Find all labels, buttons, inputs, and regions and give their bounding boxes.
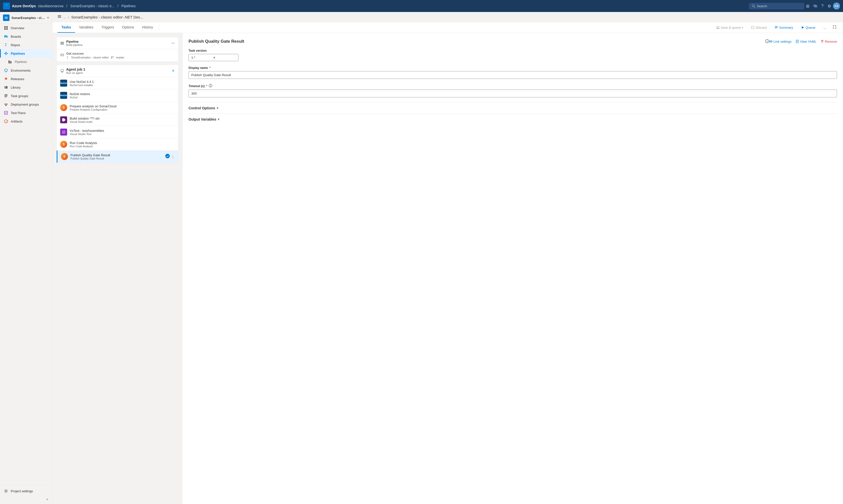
- tab-triggers[interactable]: Triggers: [97, 22, 118, 33]
- project-name: SonarExamples - clas...: [12, 16, 45, 20]
- branch-icon: [111, 56, 114, 59]
- task-item-vstest[interactable]: VsTest - testAssemblies Visual Studio Te…: [57, 126, 178, 138]
- sidebar-item-artifacts[interactable]: Artifacts: [0, 117, 52, 126]
- sidebar-item-project-settings[interactable]: Project settings: [0, 487, 52, 495]
- queue-button[interactable]: Queue: [798, 24, 818, 31]
- svg-rect-6: [4, 35, 5, 37]
- yaml-icon: [795, 40, 799, 43]
- pipeline-dots-button[interactable]: ...: [64, 15, 66, 19]
- control-options-toggle[interactable]: Control Options ▾: [189, 106, 837, 110]
- display-name-input[interactable]: [189, 71, 837, 79]
- task-item-build[interactable]: Build solution **\*.sln Visual Studio bu…: [57, 114, 178, 126]
- output-variables-toggle[interactable]: Output Variables ▾: [189, 117, 837, 121]
- pipeline-section-header: Pipeline Build pipeline ⋯: [57, 37, 178, 49]
- link-settings-action[interactable]: Link settings: [769, 40, 792, 43]
- display-name-group: Display name *: [189, 66, 837, 79]
- test-plans-label: Test Plans: [11, 111, 26, 115]
- project-settings-icon: [4, 489, 8, 493]
- control-options-label: Control Options: [189, 106, 215, 110]
- sidebar-item-task-groups[interactable]: Task groups: [0, 92, 52, 100]
- artifacts-label: Artifacts: [11, 120, 22, 123]
- remove-action[interactable]: Remove: [821, 40, 837, 43]
- task-item-nuget-restore[interactable]: NuGet NuGet restore NuGet: [57, 89, 178, 102]
- pipeline-full-title: SonarExamples - classic editor-.NET Des.…: [71, 15, 143, 19]
- pipeline-more-button[interactable]: ⋯: [171, 41, 175, 45]
- deployment-groups-icon: [4, 102, 8, 107]
- task-detail-info-icon[interactable]: [765, 39, 769, 44]
- breadcrumb-project[interactable]: SonarExamples - classic e...: [70, 4, 114, 8]
- tab-tasks[interactable]: Tasks: [57, 22, 75, 33]
- header-icons: ⊞ 🛍 ? ⚙: [806, 4, 831, 8]
- svg-rect-4: [4, 28, 6, 30]
- svg-point-46: [111, 56, 112, 57]
- task-item-run-analysis[interactable]: S Run Code Analysis Run Code Analysis: [57, 138, 178, 150]
- settings-icon[interactable]: ⚙: [827, 4, 831, 8]
- task-info-run-analysis: Run Code Analysis Run Code Analysis: [70, 141, 175, 148]
- avatar[interactable]: CS: [833, 2, 840, 10]
- pipelines-sub-label: Pipelines: [15, 60, 27, 64]
- shopping-icon[interactable]: 🛍: [813, 4, 817, 8]
- add-project-button[interactable]: +: [47, 16, 49, 20]
- task-detail-title: Publish Quality Gate Result: [189, 39, 763, 44]
- svg-rect-20: [4, 94, 7, 95]
- sidebar-item-pipelines[interactable]: Pipelines: [0, 49, 52, 58]
- pipelines-label: Pipelines: [11, 52, 25, 55]
- tab-separator: [159, 24, 159, 31]
- breadcrumb-page[interactable]: Pipelines: [121, 4, 136, 8]
- sidebar-item-library[interactable]: Library: [0, 83, 52, 92]
- task-item-sonar-prepare[interactable]: S Prepare analysis on SonarCloud Prepare…: [57, 102, 178, 114]
- expand-button[interactable]: [831, 23, 838, 32]
- org-name[interactable]: claudiasonarova: [38, 4, 64, 8]
- svg-rect-23: [4, 104, 6, 105]
- grid-icon[interactable]: ⊞: [806, 4, 809, 8]
- sidebar-item-environments[interactable]: Environments: [0, 66, 52, 75]
- svg-rect-33: [58, 17, 61, 18]
- svg-rect-24: [6, 104, 7, 105]
- help-icon[interactable]: ?: [821, 4, 824, 8]
- get-sources-item[interactable]: Get sources SonarExamples - classic edit…: [57, 49, 178, 61]
- run-analysis-icon: S: [60, 141, 67, 148]
- sidebar-item-releases[interactable]: Releases: [0, 75, 52, 83]
- output-variables-label: Output Variables: [189, 117, 216, 121]
- tab-options[interactable]: Options: [118, 22, 138, 33]
- save-icon: [716, 26, 720, 29]
- svg-rect-31: [58, 15, 61, 16]
- svg-rect-41: [60, 43, 64, 43]
- sep1: /: [67, 4, 68, 8]
- discard-button[interactable]: Discard: [748, 24, 770, 31]
- brand-name[interactable]: Azure DevOps: [12, 4, 36, 8]
- task-item-nuget-install[interactable]: NuGet Use NuGet 4.4.1 NuGet tool install…: [57, 77, 178, 89]
- summary-icon: [775, 26, 778, 29]
- sidebar-collapse-button[interactable]: «: [0, 495, 52, 503]
- save-queue-button[interactable]: Save & queue ▾: [713, 24, 746, 31]
- pipeline-subtitle: Build pipeline: [66, 43, 83, 47]
- sidebar-item-deployment-groups[interactable]: Deployment groups: [0, 100, 52, 109]
- sidebar-item-boards[interactable]: Boards: [0, 32, 52, 41]
- svg-rect-2: [4, 26, 6, 28]
- svg-point-10: [5, 52, 6, 53]
- expand-icon: [832, 25, 837, 29]
- sidebar-item-pipelines-sub[interactable]: Pipelines: [0, 58, 52, 66]
- sidebar-item-overview[interactable]: Overview: [0, 24, 52, 32]
- svg-rect-40: [60, 42, 64, 42]
- library-icon: [4, 85, 8, 90]
- add-task-button[interactable]: +: [172, 68, 175, 74]
- tab-variables[interactable]: Variables: [75, 22, 97, 33]
- search-box[interactable]: Search: [749, 3, 804, 9]
- content-area: ... › SonarExamples - classic editor-.NE…: [52, 12, 843, 504]
- task-more-button[interactable]: ⋮: [171, 155, 175, 159]
- summary-button[interactable]: Summary: [772, 24, 796, 31]
- timeout-info-icon[interactable]: [209, 84, 212, 88]
- timeout-input[interactable]: [189, 90, 837, 97]
- more-actions-button[interactable]: ...: [820, 24, 829, 31]
- sidebar-item-repos[interactable]: Repos: [0, 41, 52, 49]
- azure-devops-logo[interactable]: [3, 2, 10, 10]
- task-item-publish-quality[interactable]: S Publish Quality Gate Result Publish Qu…: [57, 150, 178, 163]
- sidebar-item-test-plans[interactable]: Test Plans: [0, 109, 52, 117]
- svg-point-47: [113, 56, 114, 57]
- tab-history[interactable]: History: [138, 22, 157, 33]
- task-version-select[interactable]: 1.* ▾: [189, 54, 238, 61]
- agent-job-title: Agent job 1: [66, 67, 85, 71]
- task-status: ⋮: [165, 154, 175, 159]
- view-yaml-action[interactable]: View YAML: [795, 40, 817, 43]
